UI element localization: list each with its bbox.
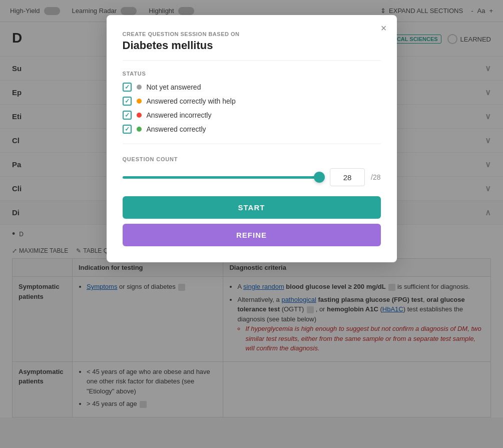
question-count-label: QUESTION COUNT: [123, 156, 381, 162]
status-label-answered-correctly: Answered correctly: [147, 125, 206, 133]
refine-button[interactable]: REFINE: [123, 224, 381, 246]
count-input[interactable]: 28: [330, 168, 365, 186]
dot-answered-help: [137, 99, 142, 104]
status-option-answered-incorrectly: Answered incorrectly: [123, 111, 381, 120]
status-label-answered-incorrectly: Answered incorrectly: [147, 111, 212, 119]
modal-subtitle: CREATE QUESTION SESSION BASED ON: [123, 31, 381, 37]
status-checkbox-answered-help[interactable]: [123, 97, 132, 106]
status-label-not-answered: Not yet answered: [147, 83, 201, 91]
status-option-not-answered: Not yet answered: [123, 83, 381, 92]
dot-answered-correctly: [137, 127, 142, 132]
slider-fill: [123, 176, 324, 179]
question-count-section: QUESTION COUNT 28 /28: [123, 156, 381, 186]
status-checkbox-not-answered[interactable]: [123, 83, 132, 92]
status-option-answered-help: Answered correctly with help: [123, 97, 381, 106]
slider-track: [123, 176, 324, 179]
status-option-answered-correctly: Answered correctly: [123, 125, 381, 134]
slider-container[interactable]: [123, 172, 324, 182]
dot-answered-incorrectly: [137, 113, 142, 118]
count-max: /28: [371, 173, 380, 181]
modal-title: Diabetes mellitus: [123, 39, 381, 61]
status-options: Not yet answered Answered correctly with…: [123, 83, 381, 144]
modal: × CREATE QUESTION SESSION BASED ON Diabe…: [107, 15, 397, 262]
status-section-label: STATUS: [123, 71, 381, 77]
status-checkbox-answered-incorrectly[interactable]: [123, 111, 132, 120]
modal-overlay[interactable]: × CREATE QUESTION SESSION BASED ON Diabe…: [0, 0, 503, 448]
slider-thumb[interactable]: [314, 172, 325, 183]
start-button[interactable]: START: [123, 196, 381, 219]
slider-row: 28 /28: [123, 168, 381, 186]
modal-close-button[interactable]: ×: [381, 23, 387, 33]
dot-not-answered: [137, 85, 142, 90]
status-checkbox-answered-correctly[interactable]: [123, 125, 132, 134]
status-label-answered-help: Answered correctly with help: [147, 97, 236, 105]
